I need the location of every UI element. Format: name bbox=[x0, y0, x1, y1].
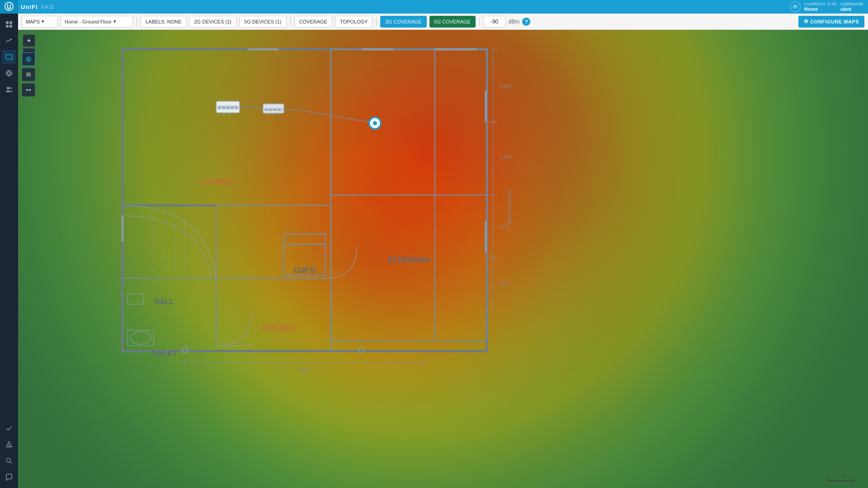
refresh-button[interactable]: ⟳ bbox=[790, 1, 801, 12]
svg-rect-79 bbox=[362, 48, 393, 51]
svg-rect-103 bbox=[269, 109, 272, 110]
svg-point-7 bbox=[8, 72, 10, 75]
scale-label: 1 m bbox=[837, 473, 845, 479]
svg-text:900: 900 bbox=[500, 224, 509, 230]
scale-bar: 1 m bbox=[827, 473, 854, 481]
sidebar-item-support[interactable] bbox=[2, 470, 16, 484]
devices-2g-button[interactable]: 2G DEVICES (1) bbox=[189, 16, 236, 28]
svg-text:KITCHEN: KITCHEN bbox=[263, 324, 295, 332]
svg-text:1425: 1425 bbox=[500, 154, 512, 160]
username-info: USERNAME ubnt bbox=[840, 2, 863, 12]
svg-text:4000: 4000 bbox=[299, 367, 311, 373]
svg-rect-81 bbox=[485, 91, 487, 122]
floorplan: LOUNGE HALL KITCHEN EXTENSION CUP'D TOIL… bbox=[99, 39, 552, 382]
app-version: 5.4.11 bbox=[42, 5, 54, 9]
username-label: USERNAME bbox=[840, 2, 863, 6]
separator-2 bbox=[290, 17, 291, 26]
svg-rect-104 bbox=[274, 109, 276, 110]
username-value: ubnt bbox=[840, 6, 851, 12]
separator-4 bbox=[479, 17, 480, 26]
svg-text:2485: 2485 bbox=[500, 84, 512, 89]
svg-point-18 bbox=[26, 57, 31, 61]
logo-area bbox=[0, 0, 18, 14]
ubiquiti-logo bbox=[5, 2, 14, 12]
topology-button[interactable]: TOPOLOGY bbox=[335, 16, 373, 28]
sidebar-item-search[interactable] bbox=[2, 454, 16, 468]
svg-text:HALL: HALL bbox=[155, 297, 174, 305]
svg-point-16 bbox=[6, 458, 10, 462]
svg-marker-5 bbox=[6, 54, 12, 60]
svg-rect-33 bbox=[331, 49, 487, 195]
svg-rect-78 bbox=[247, 48, 278, 51]
svg-line-17 bbox=[10, 462, 12, 464]
map-area[interactable]: + − bbox=[18, 30, 868, 488]
sidebar-item-statistics[interactable] bbox=[2, 33, 16, 48]
svg-rect-84 bbox=[127, 294, 143, 304]
scale-line bbox=[827, 480, 854, 481]
svg-rect-41 bbox=[284, 234, 326, 244]
svg-rect-32 bbox=[123, 49, 487, 351]
svg-text:LOUNGE: LOUNGE bbox=[201, 178, 232, 186]
sidebar-item-tasks[interactable] bbox=[2, 421, 16, 436]
topbar-right: ⟳ CURRENT SITE Home USERNAME ubnt bbox=[790, 1, 868, 12]
svg-point-13 bbox=[10, 87, 12, 89]
svg-rect-93 bbox=[218, 107, 221, 109]
map-tools bbox=[22, 52, 35, 97]
sidebar-item-dashboard[interactable] bbox=[2, 17, 16, 32]
maps-dropdown[interactable]: MAPS ▾ bbox=[22, 16, 58, 28]
svg-text:665: 665 bbox=[500, 282, 509, 287]
locate-button[interactable] bbox=[22, 52, 35, 66]
coverage-button[interactable]: COVERAGE bbox=[294, 16, 332, 28]
svg-rect-3 bbox=[6, 25, 9, 28]
svg-rect-2 bbox=[9, 21, 12, 24]
coverage-2g-button[interactable]: 2G COVERAGE bbox=[380, 16, 426, 28]
svg-text:APPROX 6598: APPROX 6598 bbox=[507, 190, 512, 225]
svg-rect-97 bbox=[235, 107, 238, 109]
separator-3 bbox=[376, 17, 377, 26]
sidebar bbox=[0, 14, 18, 488]
sidebar-item-target[interactable] bbox=[2, 66, 16, 80]
svg-text:→: → bbox=[143, 237, 149, 243]
svg-rect-102 bbox=[265, 109, 268, 110]
coverage-5g-button[interactable]: 5G COVERAGE bbox=[429, 16, 476, 28]
svg-rect-96 bbox=[231, 107, 233, 109]
sidebar-item-map[interactable] bbox=[2, 50, 16, 64]
svg-rect-94 bbox=[222, 107, 225, 109]
svg-rect-105 bbox=[278, 109, 280, 110]
svg-rect-4 bbox=[9, 25, 12, 28]
devices-5g-button[interactable]: 5G DEVICES (1) bbox=[239, 16, 287, 28]
configure-maps-button[interactable]: ⚙ CONFIGURE MAPS bbox=[798, 16, 864, 28]
svg-rect-85 bbox=[127, 330, 154, 346]
svg-rect-83 bbox=[122, 216, 124, 242]
list-view-button[interactable] bbox=[22, 68, 35, 81]
svg-rect-82 bbox=[485, 221, 487, 252]
dbm-unit: dBm bbox=[509, 19, 520, 25]
app-name: UniFi bbox=[21, 4, 38, 10]
floor-dropdown-arrow-icon: ▾ bbox=[113, 19, 116, 24]
current-site-label: CURRENT SITE bbox=[804, 2, 837, 6]
svg-point-0 bbox=[5, 2, 13, 10]
dropdown-arrow-icon: ▾ bbox=[42, 19, 44, 24]
dbm-input[interactable] bbox=[483, 16, 506, 28]
svg-text:EXTENSION: EXTENSION bbox=[388, 256, 430, 264]
svg-point-15 bbox=[9, 446, 9, 447]
svg-text:TOILET: TOILET bbox=[151, 349, 177, 357]
svg-point-19 bbox=[28, 58, 29, 60]
configure-icon: ⚙ bbox=[804, 19, 809, 24]
help-button[interactable]: ? bbox=[522, 18, 530, 26]
sidebar-item-alerts[interactable] bbox=[2, 437, 16, 452]
current-site-value: Home bbox=[804, 6, 818, 12]
labels-button[interactable]: LABELS: NONE bbox=[141, 16, 186, 28]
svg-point-12 bbox=[7, 87, 9, 89]
toolbar-right: ⚙ CONFIGURE MAPS bbox=[798, 16, 864, 28]
zoom-in-button[interactable]: + bbox=[23, 34, 35, 47]
topbar: UniFi 5.4.11 ⟳ CURRENT SITE Home USERNAM… bbox=[0, 0, 868, 14]
separator-1 bbox=[137, 17, 137, 26]
sidebar-bottom bbox=[2, 421, 16, 488]
sidebar-item-clients[interactable] bbox=[2, 82, 16, 97]
svg-rect-95 bbox=[226, 107, 229, 109]
svg-rect-80 bbox=[435, 48, 476, 51]
floor-dropdown[interactable]: Home - Ground Floor ▾ bbox=[61, 16, 133, 28]
svg-point-86 bbox=[130, 332, 151, 344]
arrange-button[interactable] bbox=[22, 83, 35, 97]
